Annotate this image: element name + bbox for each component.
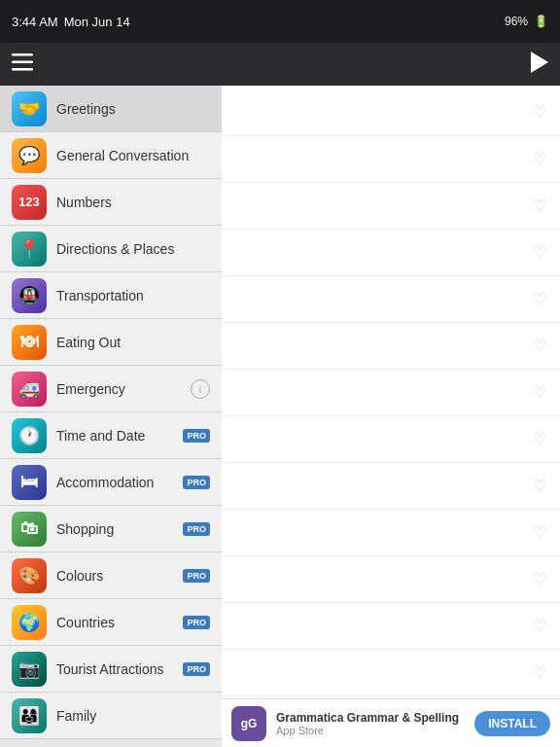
numbers-label: Numbers [56,195,210,210]
battery-icon: 🔋 [534,15,548,28]
directions-places-icon: 📍 [12,231,47,267]
menu-item-accommodation[interactable]: 🛏AccommodationPRO [0,459,222,506]
heart-icon[interactable]: ♡ [533,477,546,495]
menu-item-tourist-attractions[interactable]: 📷Tourist AttractionsPRO [0,646,222,693]
time: 3:44 AM [12,15,58,29]
menu-item-countries[interactable]: 🌍CountriesPRO [0,599,222,646]
shopping-icon: 🛍 [12,512,47,547]
pro-badge-tourist-attractions: PRO [183,662,210,676]
pro-badge-time-and-date: PRO [183,429,210,443]
pro-badge-countries: PRO [183,616,210,629]
tourist-attractions-icon: 📷 [12,652,47,687]
colours-icon: 🎨 [12,558,47,593]
emergency-icon: 🚑 [12,372,47,407]
heart-icon[interactable]: ♡ [533,337,546,355]
menu-item-numbers[interactable]: 123Numbers [0,179,222,226]
heart-row[interactable]: ♡ [222,463,560,510]
battery: 96% [505,15,528,28]
menu-item-emergency[interactable]: 🚑Emergencyi [0,366,222,412]
greetings-label: Greetings [56,101,210,117]
heart-row[interactable]: ♡ [222,510,560,556]
family-icon: 👨‍👩‍👧 [12,698,47,733]
menu-item-eating-out[interactable]: 🍽Eating Out [0,319,222,366]
heart-row[interactable]: ♡ [222,416,560,463]
heart-row[interactable]: ♡ [222,136,560,183]
status-bar: 3:44 AM Mon Jun 14 96% 🔋 [0,0,560,43]
heart-icon[interactable]: ♡ [533,196,546,215]
heart-row[interactable]: ♡ [222,603,560,650]
status-right: 96% 🔋 [505,15,548,28]
heart-icon[interactable]: ♡ [533,523,546,542]
menu-item-general-conversation[interactable]: 💬General Conversation [0,132,222,179]
ad-icon: gG [231,706,266,741]
menu-list: 🤝Greetings💬General Conversation123Number… [0,86,222,739]
heart-icon[interactable]: ♡ [533,243,546,262]
heart-row[interactable]: ♡ [222,370,560,416]
heart-icon[interactable]: ♡ [533,617,546,635]
menu-item-directions-places[interactable]: 📍Directions & Places [0,226,222,272]
heart-row[interactable]: ♡ [222,230,560,276]
accommodation-icon: 🛏 [12,465,47,500]
directions-places-label: Directions & Places [56,241,210,257]
eating-out-label: Eating Out [56,335,210,350]
heart-icon[interactable]: ♡ [533,290,546,308]
general-conversation-icon: 💬 [12,138,47,173]
colours-label: Colours [56,568,179,584]
menu-item-time-and-date[interactable]: 🕐Time and DatePRO [0,412,222,459]
ad-text: Grammatica Grammar & Spelling App Store [276,711,465,736]
heart-row[interactable]: ♡ [222,183,560,230]
transportation-icon: 🚇 [12,278,47,313]
toolbar [0,43,222,86]
tourist-attractions-label: Tourist Attractions [56,661,179,677]
right-panel: ♡♡♡♡♡♡♡♡♡♡♡♡♡♡ gG Grammatica Grammar & S… [222,43,560,747]
greetings-icon: 🤝 [12,91,47,126]
heart-icon[interactable]: ♡ [533,570,546,588]
heart-row[interactable]: ♡ [222,323,560,370]
ad-icon-text: gG [241,717,258,730]
menu-item-colours[interactable]: 🎨ColoursPRO [0,552,222,599]
status-left: 3:44 AM Mon Jun 14 [12,15,130,29]
ad-title: Grammatica Grammar & Spelling [276,711,465,725]
time-and-date-label: Time and Date [56,428,179,444]
svg-rect-0 [12,53,33,56]
ad-banner: gG Grammatica Grammar & Spelling App Sto… [222,698,560,747]
family-label: Family [56,708,210,724]
transportation-label: Transportation [56,288,210,303]
countries-icon: 🌍 [12,605,47,640]
menu-item-shopping[interactable]: 🛍ShoppingPRO [0,506,222,552]
countries-label: Countries [56,615,179,630]
numbers-icon: 123 [12,185,47,220]
pro-badge-shopping: PRO [183,522,210,536]
svg-rect-2 [12,68,33,71]
heart-icon[interactable]: ♡ [533,103,546,122]
heart-list: ♡♡♡♡♡♡♡♡♡♡♡♡♡♡ [222,86,560,747]
pro-badge-accommodation: PRO [183,476,210,489]
heart-row[interactable]: ♡ [222,650,560,696]
accommodation-label: Accommodation [56,475,179,490]
time-and-date-icon: 🕐 [12,418,47,453]
heart-icon[interactable]: ♡ [533,430,546,448]
menu-item-greetings[interactable]: 🤝Greetings [0,86,222,132]
ad-install-button[interactable]: INSTALL [474,711,550,736]
date: Mon Jun 14 [64,15,130,29]
heart-row[interactable]: ♡ [222,89,560,136]
pro-badge-colours: PRO [183,569,210,583]
emergency-label: Emergency [56,381,187,397]
heart-row[interactable]: ♡ [222,556,560,603]
svg-rect-1 [12,60,33,63]
info-badge-emergency: i [191,379,210,399]
toolbar-left-icon[interactable] [12,53,33,76]
shopping-label: Shopping [56,521,179,537]
app-container: 🤝Greetings💬General Conversation123Number… [0,43,560,747]
heart-icon[interactable]: ♡ [533,663,546,682]
general-conversation-label: General Conversation [56,148,210,163]
heart-row[interactable]: ♡ [222,276,560,323]
menu-item-transportation[interactable]: 🚇Transportation [0,272,222,319]
sidebar: 🤝Greetings💬General Conversation123Number… [0,43,222,747]
eating-out-icon: 🍽 [12,325,47,360]
heart-icon[interactable]: ♡ [533,150,546,168]
ad-subtitle: App Store [276,725,465,736]
menu-item-family[interactable]: 👨‍👩‍👧Family [0,693,222,739]
heart-icon[interactable]: ♡ [533,383,546,402]
